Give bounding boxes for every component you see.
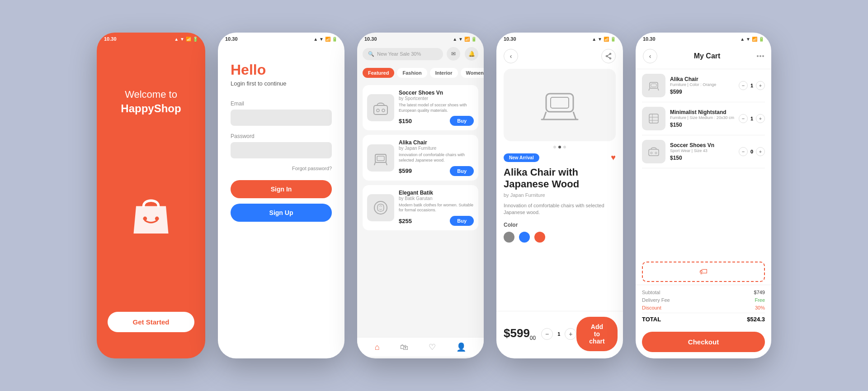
buy-btn-3[interactable]: Buy	[450, 216, 474, 226]
dot-2	[558, 146, 561, 148]
welcome-phone: 10.30 ▲▼📶🔋 Welcome to HappyShop Get Star…	[97, 33, 205, 358]
dots-indicator	[496, 141, 623, 153]
svg-point-3	[377, 109, 379, 112]
product-info-2: Alika Chair by Japan Furniture Innovatio…	[399, 139, 474, 176]
product-price-2: $599	[399, 167, 412, 174]
cart-qty-num-3: 0	[750, 149, 753, 154]
top-icons: ✉ 🔔	[447, 47, 478, 61]
qty-increase[interactable]: +	[565, 328, 576, 340]
tab-women[interactable]: Women	[461, 68, 484, 78]
product-price-row-3: $255 Buy	[399, 216, 474, 226]
product-brand-2: by Japan Furniture	[399, 146, 474, 151]
forgot-password-link[interactable]: Forgot password?	[231, 166, 332, 171]
tab-featured[interactable]: Featured	[363, 68, 394, 78]
svg-line-8	[386, 162, 387, 165]
subtotal-value: $749	[754, 290, 765, 295]
status-icons-3: ▲▼📶🔋	[453, 37, 476, 42]
product-thumb-1	[367, 94, 394, 121]
nav-profile-icon[interactable]: 👤	[456, 342, 466, 352]
color-red[interactable]	[534, 232, 545, 243]
cart-qty-decrease-3[interactable]: −	[739, 147, 748, 156]
dot-3	[563, 146, 566, 148]
get-started-button[interactable]: Get Started	[108, 312, 194, 332]
product-detail-phone: 10.30 ▲▼📶🔋 ‹	[496, 33, 623, 358]
cart-item-thumb-1	[642, 74, 665, 97]
coupon-box[interactable]: 🏷	[642, 262, 765, 282]
svg-rect-21	[651, 84, 656, 87]
total-label: TOTAL	[642, 316, 661, 323]
product-detail-brand: by Japan Furniture	[504, 192, 616, 198]
svg-point-30	[655, 152, 657, 154]
bell-icon[interactable]: 🔔	[465, 47, 478, 61]
svg-rect-6	[377, 156, 384, 161]
email-input[interactable]	[231, 110, 332, 126]
heart-icon[interactable]: ♥	[611, 153, 616, 162]
time-4: 10.30	[504, 36, 516, 42]
mail-icon[interactable]: ✉	[447, 47, 460, 61]
cart-phone: 10.30 ▲▼📶🔋 ‹ My Cart	[636, 33, 771, 358]
checkout-button[interactable]: Checkout	[642, 332, 765, 352]
cart-header: ‹ My Cart	[636, 43, 771, 69]
cart-item-thumb-2	[642, 107, 665, 130]
cart-qty-increase-2[interactable]: +	[756, 114, 765, 123]
cart-qty-increase-3[interactable]: +	[756, 147, 765, 156]
discount-label: Discount	[642, 305, 661, 310]
signup-button[interactable]: Sign Up	[231, 204, 332, 222]
delivery-row: Delivery Fee Free	[642, 297, 765, 303]
cart-qty-decrease-2[interactable]: −	[739, 114, 748, 123]
buy-btn-2[interactable]: Buy	[450, 166, 474, 176]
buy-btn-1[interactable]: Buy	[450, 116, 474, 126]
product-desc-2: Innovation of comfortable chairs with se…	[399, 153, 474, 163]
signin-button[interactable]: Sign In	[231, 180, 332, 198]
password-input[interactable]	[231, 142, 332, 158]
category-tabs: Featured Fashion Interior Women •••	[357, 64, 484, 81]
more-menu-button[interactable]	[757, 55, 764, 57]
nav-home-icon[interactable]: ⌂	[375, 343, 380, 352]
cart-qty-num-2: 1	[750, 116, 753, 121]
time-2: 10.30	[225, 36, 238, 42]
status-bar-3: 10.30 ▲▼📶🔋	[357, 33, 484, 43]
cart-qty-decrease-1[interactable]: −	[739, 81, 748, 90]
product-detail-info: New Arrival ♥ Alika Chair with Japanese …	[496, 153, 623, 311]
back-button[interactable]: ‹	[504, 49, 518, 63]
discount-value: 30%	[755, 305, 765, 310]
color-gray[interactable]	[504, 232, 514, 243]
product-price-3: $255	[399, 218, 412, 224]
product-price-1: $150	[399, 118, 412, 124]
color-label: Color	[504, 222, 616, 228]
status-bar-4: 10.30 ▲▼📶🔋	[496, 33, 623, 43]
color-blue[interactable]	[519, 232, 530, 243]
cart-item-meta-1: Furniture | Color : Orange	[670, 82, 734, 87]
status-bar-5: 10.30 ▲▼📶🔋	[636, 33, 771, 43]
cart-item-price-2: $150	[670, 122, 734, 128]
welcome-line2: HappyShop	[121, 102, 181, 115]
nav-heart-icon[interactable]: ♡	[429, 342, 436, 352]
tab-fashion[interactable]: Fashion	[397, 68, 427, 78]
qty-decrease[interactable]: −	[541, 328, 553, 340]
product-image-area	[504, 69, 616, 141]
detail-footer: $59900 − 1 + Add to chart	[496, 311, 623, 357]
tab-interior[interactable]: Interior	[430, 68, 458, 78]
cart-qty-increase-1[interactable]: +	[756, 81, 765, 90]
svg-line-23	[658, 88, 659, 91]
email-label: Email	[231, 100, 332, 107]
status-icons-2: ▲▼📶🔋	[313, 37, 337, 42]
discount-row: Discount 30%	[642, 305, 765, 310]
svg-line-17	[543, 112, 546, 119]
login-subtitle: Login first to continue	[231, 80, 332, 87]
cart-item-thumb-3	[642, 140, 665, 163]
search-box[interactable]: 🔍 New Year Sale 30%	[363, 48, 443, 60]
qty-value: 1	[557, 331, 560, 337]
product-card-2: Alika Chair by Japan Furniture Innovatio…	[363, 135, 478, 180]
product-card-3: Elegant Batik by Batik Garutan Modern ba…	[363, 185, 478, 230]
cart-back-button[interactable]: ‹	[643, 49, 657, 63]
svg-rect-28	[649, 149, 659, 156]
svg-point-11	[606, 56, 608, 57]
svg-line-13	[607, 54, 609, 56]
share-button[interactable]	[601, 49, 616, 63]
add-to-cart-button[interactable]: Add to chart	[576, 317, 617, 351]
nav-cart-icon[interactable]: 🛍	[400, 343, 408, 352]
svg-line-14	[607, 57, 609, 58]
home-phone: 10.30 ▲▼📶🔋 🔍 New Year Sale 30% ✉ 🔔 Featu…	[357, 33, 484, 358]
cart-qty-num-1: 1	[750, 83, 753, 88]
